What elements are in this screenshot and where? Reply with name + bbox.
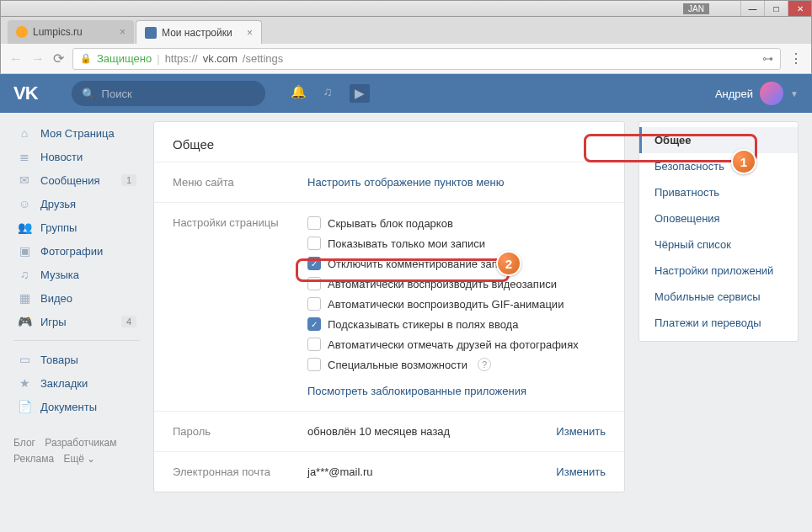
nav-icon: ♫ — [17, 268, 32, 281]
search-input[interactable]: 🔍 Поиск — [72, 81, 265, 106]
nav-label: Товары — [40, 354, 78, 366]
checkbox-label: Показывать только мои записи — [328, 237, 485, 250]
change-password-link[interactable]: Изменить — [556, 425, 606, 438]
checkbox-row[interactable]: Показывать только мои записи — [307, 237, 606, 250]
footer-blog[interactable]: Блог — [13, 437, 35, 449]
checkbox-row[interactable]: Автоматически воспроизводить GIF-анимаци… — [307, 297, 606, 311]
section-label: Меню сайта — [173, 176, 291, 189]
avatar — [760, 82, 783, 105]
url-scheme: https:// — [165, 52, 198, 65]
callout-2-badge: 2 — [496, 251, 521, 276]
nav-item[interactable]: 🎮Игры4 — [13, 310, 140, 333]
checkbox-row[interactable]: Автоматически отмечать друзей на фотогра… — [307, 338, 606, 351]
checkbox[interactable] — [307, 338, 321, 351]
checkbox-label: Отключить комментирование записей — [328, 258, 521, 270]
back-button[interactable]: ← — [9, 51, 23, 66]
vk-logo[interactable]: VK — [13, 82, 38, 104]
nav-icon: ☺ — [17, 197, 32, 210]
settings-tab[interactable]: Настройки приложений — [639, 258, 798, 284]
nav-item[interactable]: ▭Товары — [13, 348, 140, 371]
nav-icon: ▦ — [17, 291, 32, 305]
nav-item[interactable]: ▦Видео — [13, 286, 140, 310]
section-label: Электронная почта — [173, 466, 291, 478]
settings-tab[interactable]: Приватность — [639, 179, 798, 205]
configure-menu-link[interactable]: Настроить отображение пунктов меню — [307, 176, 504, 189]
checkbox[interactable] — [307, 297, 321, 311]
settings-tab[interactable]: Общее — [639, 127, 798, 153]
checkbox[interactable]: ✓ — [307, 257, 321, 270]
search-icon: 🔍 — [82, 88, 95, 100]
forward-button[interactable]: → — [31, 51, 45, 66]
nav-item[interactable]: ★Закладки — [13, 371, 140, 395]
footer-ads[interactable]: Реклама — [13, 453, 54, 465]
tab-lumpics[interactable]: Lumpics.ru × — [8, 20, 134, 44]
checkbox[interactable] — [307, 277, 321, 290]
url-path: /settings — [243, 52, 283, 65]
nav-label: Игры — [40, 316, 67, 328]
nav-label: Видео — [40, 292, 72, 305]
settings-content: Общее Меню сайта Настроить отображение п… — [153, 121, 625, 492]
nav-icon: 👥 — [17, 221, 32, 234]
music-icon[interactable]: ♫ — [323, 84, 333, 103]
section-password: Пароль обновлён 10 месяцев назад Изменит… — [154, 411, 624, 451]
callout-1-badge: 1 — [731, 149, 756, 174]
username: Андрей — [715, 88, 753, 100]
close-button[interactable]: ✕ — [788, 1, 811, 16]
blocked-apps-link[interactable]: Посмотреть заблокированные приложения — [307, 385, 526, 397]
browser-menu-button[interactable]: ⋮ — [789, 51, 803, 66]
play-icon[interactable]: ▶ — [350, 84, 370, 103]
nav-item[interactable]: ✉Сообщения1 — [13, 168, 140, 192]
page-title: Общее — [154, 122, 624, 162]
settings-tab[interactable]: Платежи и переводы — [639, 310, 798, 336]
close-icon[interactable]: × — [247, 27, 253, 39]
checkbox-label: Специальные возможности — [328, 359, 467, 371]
settings-tab[interactable]: Чёрный список — [639, 231, 798, 258]
help-icon[interactable]: ? — [478, 358, 491, 371]
settings-tab[interactable]: Оповещения — [639, 205, 798, 231]
reload-button[interactable]: ⟳ — [53, 51, 64, 66]
nav-item[interactable]: 👥Группы — [13, 215, 140, 239]
footer-more[interactable]: Ещё ⌄ — [63, 453, 95, 465]
checkbox[interactable] — [307, 237, 321, 250]
vk-header: VK 🔍 Поиск 🔔 ♫ ▶ Андрей ▼ — [0, 74, 812, 113]
window-titlebar: JAN — □ ✕ — [0, 0, 812, 17]
tab-vk-settings[interactable]: Мои настройки × — [136, 20, 262, 44]
address-bar: ← → ⟳ 🔒 Защищено | https://vk.com/settin… — [0, 44, 812, 74]
secure-label: Защищено — [97, 52, 152, 65]
favicon-lumpics — [16, 26, 28, 38]
nav-label: Друзья — [40, 198, 76, 210]
nav-item[interactable]: ☺Друзья — [13, 192, 140, 215]
nav-label: Музыка — [40, 269, 79, 281]
nav-icon: ⌂ — [17, 126, 32, 140]
header-user-menu[interactable]: Андрей ▼ — [715, 82, 799, 105]
tab-label: Lumpics.ru — [33, 26, 83, 38]
checkbox-row[interactable]: Скрывать блок подарков — [307, 216, 606, 230]
settings-tab[interactable]: Мобильные сервисы — [639, 284, 798, 310]
nav-label: Новости — [40, 151, 83, 163]
settings-tab[interactable]: Безопасность — [639, 153, 798, 179]
maximize-button[interactable]: □ — [764, 1, 788, 16]
checkbox-row[interactable]: Специальные возможности? — [307, 358, 606, 371]
url-input[interactable]: 🔒 Защищено | https://vk.com/settings ⊶ — [72, 48, 781, 70]
section-email: Электронная почта ja***@mail.ru Изменить — [154, 451, 624, 492]
nav-item[interactable]: ≣Новости — [13, 145, 140, 168]
footer-dev[interactable]: Разработчикам — [45, 437, 116, 449]
nav-item[interactable]: ⌂Моя Страница — [13, 121, 140, 145]
change-email-link[interactable]: Изменить — [556, 466, 606, 478]
bell-icon[interactable]: 🔔 — [291, 84, 307, 103]
nav-label: Фотографии — [40, 245, 103, 258]
checkbox[interactable]: ✓ — [307, 317, 321, 331]
nav-label: Группы — [40, 221, 77, 234]
checkbox[interactable] — [307, 216, 321, 230]
checkbox-row[interactable]: Автоматически воспроизводить видеозаписи — [307, 277, 606, 290]
nav-item[interactable]: 📄Документы — [13, 395, 140, 418]
nav-item[interactable]: ♫Музыка — [13, 263, 140, 286]
key-icon[interactable]: ⊶ — [762, 52, 773, 65]
nav-item[interactable]: ▣Фотографии — [13, 239, 140, 263]
minimize-button[interactable]: — — [740, 1, 764, 16]
checkbox[interactable] — [307, 358, 321, 371]
checkbox-label: Автоматически воспроизводить GIF-анимаци… — [328, 298, 564, 311]
close-icon[interactable]: × — [120, 26, 126, 38]
checkbox-row[interactable]: ✓Отключить комментирование записей — [307, 257, 606, 270]
checkbox-row[interactable]: ✓Подсказывать стикеры в полях ввода — [307, 317, 606, 331]
